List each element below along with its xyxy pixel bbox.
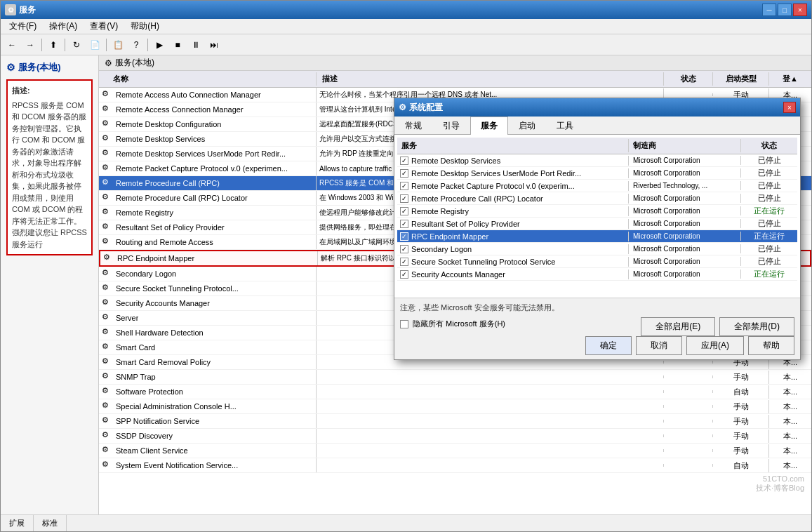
start-button[interactable]: ▶ [151, 37, 168, 53]
dialog-svc-checkbox[interactable]: ✓ [400, 220, 408, 228]
dialog-tab-启动[interactable]: 启动 [508, 117, 546, 135]
menu-action[interactable]: 操作(A) [44, 19, 83, 34]
dialog-tab-服务[interactable]: 服务 [470, 117, 508, 135]
service-icon: ⚙ [102, 237, 113, 248]
export-button[interactable]: 📄 [86, 37, 103, 53]
status-tab-standard[interactable]: 标准 [34, 515, 67, 531]
dialog-svc-name-text: Secondary Logon [411, 245, 472, 253]
main-area: ⚙ 服务(本地) 描述: RPCSS 服务是 COM 和 DCOM 服务器的服务… [1, 55, 811, 514]
forward-button[interactable]: → [22, 37, 39, 53]
minimize-button[interactable]: ─ [762, 4, 776, 16]
service-row[interactable]: ⚙Special Administration Console H...手动本.… [99, 399, 811, 414]
window-title: 服务 [19, 4, 36, 16]
dialog-svc-mfr: Microsoft Corporation [629, 244, 741, 253]
dialog-svc-checkbox[interactable]: ✓ [400, 270, 408, 279]
service-icon: ⚙ [102, 163, 113, 174]
dialog-service-row[interactable]: ✓Remote Packet Capture Protocol v.0 (exp… [397, 180, 797, 192]
restore-button[interactable]: □ [778, 4, 792, 16]
dialog-svc-checkbox[interactable]: ✓ [400, 258, 408, 266]
stop-button[interactable]: ■ [169, 37, 186, 53]
service-row[interactable]: ⚙System Event Notification Service...自动本… [99, 458, 811, 473]
properties-button[interactable]: 📋 [109, 37, 126, 53]
service-startup: 手动 [713, 444, 769, 458]
description-box: 描述: RPCSS 服务是 COM 和 DCOM 服务器的服务控制管理器。它执行… [6, 79, 93, 255]
dialog-svc-name: ✓Remote Procedure Call (RPC) Locator [397, 194, 629, 204]
dialog-title-bar: ⚙ 系统配置 × [394, 98, 800, 117]
col-header-status[interactable]: 状态 [664, 72, 713, 86]
close-button[interactable]: × [793, 4, 807, 16]
status-tab-expand[interactable]: 扩展 [1, 515, 34, 531]
dialog-service-row[interactable]: ✓Security Accounts ManagerMicrosoft Corp… [397, 268, 797, 281]
enable-all-button[interactable]: 全部启用(E) [641, 317, 715, 336]
apply-button[interactable]: 应用(A) [686, 336, 744, 355]
dialog-service-row[interactable]: ✓Secure Socket Tunneling Protocol Servic… [397, 255, 797, 268]
col-header-login[interactable]: 登▲ [769, 72, 811, 86]
service-icon: ⚙ [102, 192, 113, 204]
dialog-svc-checkbox[interactable]: ✓ [400, 194, 408, 203]
hide-ms-checkbox[interactable] [400, 320, 408, 328]
dialog-svc-mfr: Microsoft Corporation [629, 257, 741, 266]
restart-button[interactable]: ⏭ [206, 37, 222, 53]
dialog-svc-checkbox[interactable]: ✓ [400, 182, 408, 190]
up-button[interactable]: ⬆ [45, 37, 62, 53]
service-desc [317, 449, 664, 452]
dialog-service-row[interactable]: ✓Remote RegistryMicrosoft Corporation正在运… [397, 205, 797, 218]
dialog-tab-工具[interactable]: 工具 [546, 117, 584, 135]
dialog-inner-header: 服务 制造商 状态 [397, 138, 797, 154]
back-button[interactable]: ← [4, 37, 20, 53]
dcol-header-st: 状态 [741, 139, 797, 152]
disable-all-button[interactable]: 全部禁用(D) [719, 317, 794, 336]
service-name: ⚙Remote Procedure Call (RPC) Locator [99, 191, 317, 205]
service-icon: ⚙ [102, 222, 113, 233]
ok-button[interactable]: 确定 [585, 336, 632, 355]
dialog-service-row[interactable]: ✓Remote Procedure Call (RPC) LocatorMicr… [397, 192, 797, 205]
dialog-svc-checkbox[interactable]: ✓ [400, 169, 408, 178]
dialog-tab-引导[interactable]: 引导 [432, 117, 470, 135]
service-icon: ⚙ [102, 401, 113, 412]
dialog-svc-checkbox[interactable]: ✓ [400, 232, 408, 241]
dialog-service-row[interactable]: ✓Remote Desktop ServicesMicrosoft Corpor… [397, 154, 797, 167]
col-header-name[interactable]: 名称 [99, 72, 317, 86]
dialog-tab-常规[interactable]: 常规 [394, 117, 432, 135]
menu-file[interactable]: 文件(F) [4, 19, 42, 34]
dialog-svc-checkbox[interactable]: ✓ [400, 157, 408, 165]
service-row[interactable]: ⚙Steam Client Service手动本... [99, 444, 811, 458]
dialog-service-row[interactable]: ✓Remote Desktop Services UserMode Port R… [397, 167, 797, 180]
col-header-desc[interactable]: 描述 [317, 72, 664, 86]
service-row[interactable]: ⚙Software Protection自动本... [99, 385, 811, 399]
dialog-svc-name-text: Secure Socket Tunneling Protocol Service [411, 258, 555, 266]
service-startup: 手动 [713, 415, 769, 428]
service-name: ⚙Remote Packet Capture Protocol v.0 (exp… [99, 161, 317, 175]
cancel-button[interactable]: 取消 [636, 336, 682, 355]
dialog-svc-name: ✓Remote Desktop Services UserMode Port R… [397, 168, 629, 178]
service-icon: ⚙ [102, 460, 113, 471]
service-row[interactable]: ⚙SNMP Trap手动本... [99, 370, 811, 385]
right-panel-header: ⚙ 服务(本地) [99, 55, 811, 71]
dialog-close-button[interactable]: × [783, 102, 796, 113]
col-header-startup[interactable]: 启动类型 [713, 72, 769, 86]
dialog-svc-checkbox[interactable]: ✓ [400, 207, 408, 215]
dialog-svc-name-text: Security Accounts Manager [411, 270, 505, 279]
dialog-svc-mfr: Riverbed Technology, ... [629, 181, 741, 190]
dialog-help-button[interactable]: 帮助 [748, 336, 794, 355]
refresh-button[interactable]: ↻ [68, 37, 85, 53]
service-name-text: Remote Procedure Call (RPC) Locator [116, 194, 248, 202]
service-desc [317, 375, 664, 378]
service-startup: 手动 [713, 400, 769, 413]
dialog-service-row[interactable]: ✓Resultant Set of Policy ProviderMicroso… [397, 218, 797, 230]
dialog-footer: 注意，某些 Microsoft 安全服务可能无法禁用。 隐藏所有 Microso… [394, 298, 800, 359]
service-name: ⚙Remote Registry [99, 206, 317, 220]
dialog-service-row[interactable]: ✓RPC Endpoint MapperMicrosoft Corporatio… [397, 230, 797, 243]
dialog-svc-name: ✓Resultant Set of Policy Provider [397, 219, 629, 229]
service-name: ⚙RPC Endpoint Mapper [100, 251, 318, 265]
menu-view[interactable]: 查看(V) [84, 19, 124, 34]
service-desc [317, 390, 664, 393]
menu-help[interactable]: 帮助(H) [125, 19, 165, 34]
service-row[interactable]: ⚙SPP Notification Service手动本... [99, 414, 811, 429]
service-row[interactable]: ⚙SSDP Discovery手动本... [99, 429, 811, 444]
dialog-svc-checkbox[interactable]: ✓ [400, 245, 408, 253]
pause-button[interactable]: ⏸ [187, 37, 204, 53]
service-name: ⚙Security Accounts Manager [99, 296, 317, 310]
dialog-service-row[interactable]: ✓Secondary LogonMicrosoft Corporation已停止 [397, 243, 797, 255]
help-btn[interactable]: ? [128, 37, 145, 53]
